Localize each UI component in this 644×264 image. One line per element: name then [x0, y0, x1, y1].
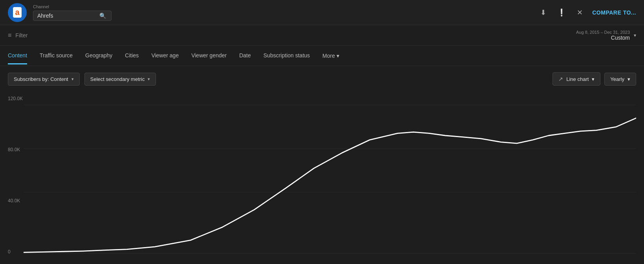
primary-metric-label: Subscribers by: Content — [14, 76, 68, 82]
controls-right: ↗ Line chart ▾ Yearly ▾ — [553, 72, 636, 86]
tab-content[interactable]: Content — [8, 47, 27, 64]
chart-area: 120.0K 80.0K 40.0K 0 — [0, 92, 644, 264]
period-dropdown[interactable]: Yearly ▾ — [604, 73, 636, 86]
filter-icon: ≡ — [8, 32, 11, 39]
y-label-80k: 80.0K — [8, 147, 23, 152]
tab-date[interactable]: Date — [239, 47, 251, 64]
y-label-0: 0 — [8, 249, 23, 255]
date-range-subtitle: Aug 8, 2015 – Dec 31, 2023 — [576, 30, 630, 35]
chart-svg-wrapper — [24, 92, 636, 264]
top-bar: a Channel 🔍 ⬇ ❕ ✕ COMPARE TO... — [0, 0, 644, 25]
filter-left: ≡ Filter — [8, 32, 27, 39]
tabs-bar: Content Traffic source Geography Cities … — [0, 46, 644, 66]
logo: a — [8, 3, 27, 22]
channel-search-input[interactable] — [37, 13, 96, 19]
chart-line — [24, 118, 636, 253]
tab-more[interactable]: More ▾ — [322, 53, 339, 59]
line-chart-icon: ↗ — [558, 76, 563, 82]
y-label-120k: 120.0K — [8, 96, 23, 101]
top-bar-right: ⬇ ❕ ✕ COMPARE TO... — [539, 7, 636, 18]
controls-bar: Subscribers by: Content ▾ Select seconda… — [0, 66, 644, 92]
filter-label: Filter — [15, 32, 27, 38]
y-label-40k: 40.0K — [8, 198, 23, 204]
period-label: Yearly — [610, 76, 624, 82]
chart-type-label: Line chart — [566, 76, 589, 82]
close-button[interactable]: ✕ — [575, 7, 584, 18]
primary-metric-dropdown[interactable]: Subscribers by: Content ▾ — [8, 73, 80, 86]
chart-type-arrow: ▾ — [592, 76, 595, 82]
primary-metric-arrow: ▾ — [71, 77, 74, 82]
compare-button[interactable]: COMPARE TO... — [592, 9, 636, 16]
more-dropdown-arrow: ▾ — [337, 53, 339, 59]
tab-cities[interactable]: Cities — [125, 47, 139, 64]
channel-section: Channel 🔍 — [33, 4, 112, 21]
top-bar-left: a Channel 🔍 — [8, 3, 112, 22]
tab-geography[interactable]: Geography — [85, 47, 112, 64]
channel-label: Channel — [33, 4, 112, 9]
secondary-metric-arrow: ▾ — [148, 77, 150, 82]
search-icon: 🔍 — [99, 13, 106, 19]
period-arrow: ▾ — [628, 76, 630, 82]
logo-letter: a — [13, 7, 21, 18]
controls-left: Subscribers by: Content ▾ Select seconda… — [8, 73, 156, 86]
tab-subscription-status[interactable]: Subscription status — [263, 47, 310, 64]
chart-type-dropdown[interactable]: ↗ Line chart ▾ — [553, 72, 600, 86]
secondary-metric-label: Select secondary metric — [90, 76, 145, 82]
date-range-text: Aug 8, 2015 – Dec 31, 2023 Custom — [576, 30, 630, 41]
tab-traffic-source[interactable]: Traffic source — [40, 47, 73, 64]
tab-viewer-gender[interactable]: Viewer gender — [191, 47, 227, 64]
secondary-metric-dropdown[interactable]: Select secondary metric ▾ — [84, 73, 156, 86]
channel-search-box[interactable]: 🔍 — [33, 11, 112, 21]
feedback-button[interactable]: ❕ — [556, 7, 567, 18]
line-chart-svg — [24, 92, 636, 264]
date-range-section[interactable]: Aug 8, 2015 – Dec 31, 2023 Custom ▾ — [576, 30, 636, 41]
date-range-main: Custom — [576, 35, 630, 41]
download-button[interactable]: ⬇ — [539, 7, 548, 18]
filter-bar: ≡ Filter Aug 8, 2015 – Dec 31, 2023 Cust… — [0, 25, 644, 46]
date-dropdown-arrow[interactable]: ▾ — [634, 33, 636, 38]
tab-viewer-age[interactable]: Viewer age — [151, 47, 179, 64]
